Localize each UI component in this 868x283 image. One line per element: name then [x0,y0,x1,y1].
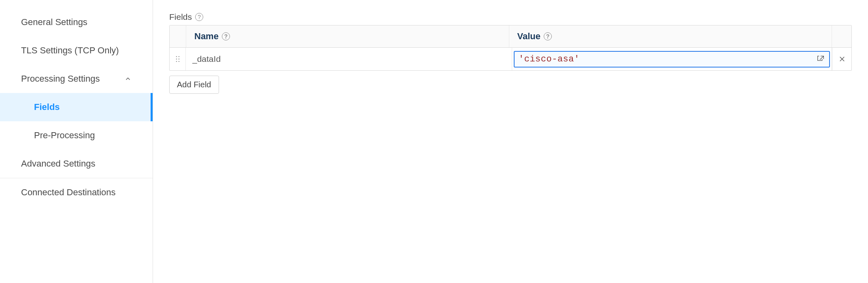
help-icon[interactable]: ? [222,32,230,40]
svg-point-0 [176,56,177,57]
sidebar-item-processing-settings[interactable]: Processing Settings [0,65,153,93]
drag-handle[interactable] [170,48,186,70]
section-title: Fields [169,12,192,22]
col-name-header: Name ? [186,25,509,47]
col-drag-header [170,25,186,47]
expand-icon[interactable] [816,55,825,63]
sidebar-item-label: Pre-Processing [34,130,95,141]
sidebar-item-tls-settings[interactable]: TLS Settings (TCP Only) [0,36,153,65]
drag-icon [175,55,180,63]
svg-point-3 [178,59,179,60]
delete-row-button[interactable] [832,48,851,70]
close-icon [838,55,846,63]
sidebar-item-connected-destinations[interactable]: Connected Destinations [0,178,153,207]
help-icon[interactable]: ? [544,32,552,40]
table-row [170,48,851,70]
sidebar-item-label: General Settings [21,17,87,27]
add-field-button[interactable]: Add Field [169,76,219,94]
help-icon[interactable]: ? [195,13,203,21]
field-name-input[interactable] [191,52,507,66]
col-actions-header [832,25,851,47]
sidebar-item-label: TLS Settings (TCP Only) [21,45,119,56]
svg-point-2 [176,59,177,60]
sidebar-item-label: Processing Settings [21,74,100,84]
section-label: Fields ? [169,12,852,22]
fields-table: Name ? Value ? [169,25,852,71]
sidebar-item-pre-processing[interactable]: Pre-Processing [0,121,153,150]
field-value-input[interactable] [519,54,813,64]
main-content: Fields ? Name ? Value ? [153,0,868,283]
sidebar-item-label: Connected Destinations [21,187,116,198]
actions-cell [832,48,851,70]
sidebar-item-label: Advanced Settings [21,158,95,169]
svg-point-4 [176,61,177,62]
svg-point-5 [178,61,179,62]
col-value-header: Value ? [509,25,832,47]
svg-point-1 [178,56,179,57]
col-name-label: Name [194,31,219,42]
chevron-up-icon [124,75,132,82]
value-input-wrapper [514,51,830,68]
sidebar: General Settings TLS Settings (TCP Only)… [0,0,153,283]
table-header: Name ? Value ? [170,25,851,48]
col-value-label: Value [517,31,540,42]
svg-line-6 [820,56,823,60]
sidebar-item-label: Fields [34,102,60,112]
sidebar-item-fields[interactable]: Fields [0,93,153,121]
sidebar-item-advanced-settings[interactable]: Advanced Settings [0,150,153,178]
sidebar-item-general-settings[interactable]: General Settings [0,8,153,36]
name-cell [186,48,512,70]
value-cell [512,48,832,70]
